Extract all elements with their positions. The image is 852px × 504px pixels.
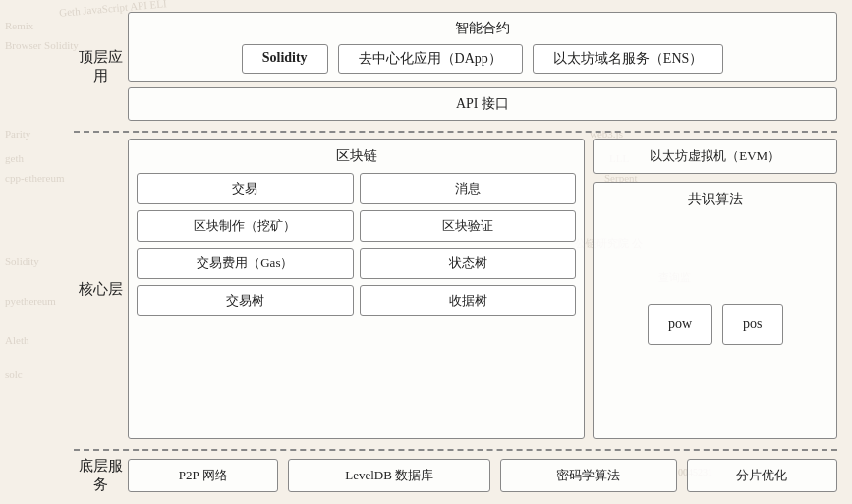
bottom-item-p2p: P2P 网络 <box>128 459 278 492</box>
bottom-item-sharding: 分片优化 <box>687 459 837 492</box>
bottom-layer-row: 底层服务 P2P 网络 LevelDB 数据库 密码学算法 分片优化 <box>74 457 837 494</box>
dashed-separator-2 <box>74 449 837 451</box>
core-layer-row: 核心层 区块链 交易 消息 区块制作（挖矿） 区块验证 交易费用（Gas） 状态… <box>74 139 837 439</box>
watermark-text: cpp-ethereum <box>5 172 64 184</box>
watermark-text: Remix <box>5 20 33 31</box>
consensus-pos: pos <box>722 304 782 345</box>
watermark-text: Browser Solidity <box>5 39 79 51</box>
bottom-item-crypto: 密码学算法 <box>500 459 677 492</box>
right-boxes: 以太坊虚拟机（EVM） 共识算法 pow pos <box>593 139 837 439</box>
evm-box: 以太坊虚拟机（EVM） <box>593 139 837 174</box>
sc-item-ens: 以太坊域名服务（ENS） <box>533 44 723 74</box>
consensus-items: pow pos <box>601 218 828 430</box>
bc-item-txtree: 交易树 <box>137 285 354 316</box>
blockchain-title: 区块链 <box>137 147 576 165</box>
bottom-layer-content: P2P 网络 LevelDB 数据库 密码学算法 分片优化 <box>128 459 837 492</box>
consensus-title: 共识算法 <box>601 191 828 208</box>
bc-item-receipt: 收据树 <box>360 285 577 316</box>
api-box: API 接口 <box>128 87 837 121</box>
watermark-text: Parity <box>5 128 30 140</box>
core-layer-content: 区块链 交易 消息 区块制作（挖矿） 区块验证 交易费用（Gas） 状态树 交易… <box>128 139 837 439</box>
top-layer-row: 顶层应用 智能合约 Solidity 去中心化应用（DApp） 以太坊域名服务（… <box>74 12 837 121</box>
bc-item-tx: 交易 <box>137 173 354 204</box>
bc-item-mining: 区块制作（挖矿） <box>137 210 354 242</box>
bc-item-msg: 消息 <box>360 173 577 204</box>
bc-item-gas: 交易费用（Gas） <box>137 248 354 279</box>
blockchain-box: 区块链 交易 消息 区块制作（挖矿） 区块验证 交易费用（Gas） 状态树 交易… <box>128 139 585 439</box>
sc-item-solidity: Solidity <box>242 44 328 74</box>
top-layer-content: 智能合约 Solidity 去中心化应用（DApp） 以太坊域名服务（ENS） … <box>128 12 837 121</box>
bc-item-verify: 区块验证 <box>360 210 577 242</box>
bc-item-state: 状态树 <box>360 248 577 279</box>
watermark-text: pyethereum <box>5 295 56 307</box>
watermark-text: Aleth <box>5 334 28 346</box>
consensus-pow: pow <box>648 304 712 345</box>
watermark-text: geth <box>5 152 24 164</box>
sc-item-dapp: 去中心化应用（DApp） <box>338 44 523 74</box>
bottom-layer-label: 底层服务 <box>74 457 128 494</box>
watermark-text: Solidity <box>5 255 39 267</box>
top-layer-label: 顶层应用 <box>74 48 128 85</box>
dashed-separator-1 <box>74 131 837 133</box>
core-layer-label: 核心层 <box>74 139 128 439</box>
consensus-box: 共识算法 pow pos <box>593 182 837 439</box>
bottom-item-leveldb: LevelDB 数据库 <box>288 459 490 492</box>
smart-contract-box: 智能合约 Solidity 去中心化应用（DApp） 以太坊域名服务（ENS） <box>128 12 837 82</box>
watermark-text: solc <box>5 368 23 380</box>
blockchain-grid: 交易 消息 区块制作（挖矿） 区块验证 交易费用（Gas） 状态树 交易树 收据… <box>137 173 576 316</box>
smart-contract-items: Solidity 去中心化应用（DApp） 以太坊域名服务（ENS） <box>139 44 826 74</box>
smart-contract-title: 智能合约 <box>139 20 826 37</box>
